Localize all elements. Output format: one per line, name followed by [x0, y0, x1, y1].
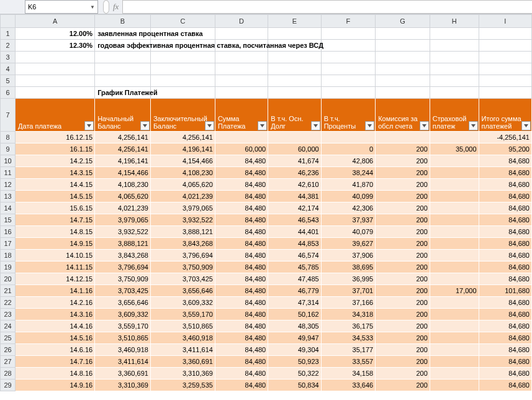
- row-header[interactable]: 21: [1, 285, 16, 297]
- cell[interactable]: 4,256,141: [95, 132, 151, 143]
- cell[interactable]: [430, 356, 479, 368]
- cell[interactable]: 84,680: [479, 309, 531, 320]
- cell[interactable]: 14.9.15: [16, 238, 95, 250]
- cell[interactable]: 14.12.15: [16, 273, 95, 285]
- cell[interactable]: 84,680: [479, 191, 531, 202]
- cell[interactable]: 14.7.15: [16, 214, 95, 226]
- cell[interactable]: 84,480: [215, 309, 268, 320]
- col-header-A[interactable]: A: [16, 15, 95, 28]
- cell[interactable]: 14.2.15: [16, 155, 95, 167]
- cell[interactable]: [268, 132, 321, 143]
- cell[interactable]: 101,680: [479, 285, 531, 297]
- cell[interactable]: 84,480: [215, 155, 268, 167]
- cell[interactable]: 33,646: [321, 380, 376, 391]
- cell[interactable]: 84,480: [215, 202, 268, 214]
- cell[interactable]: 3,559,170: [150, 309, 215, 320]
- row-header[interactable]: 19: [1, 261, 16, 273]
- cell[interactable]: 14.3.15: [16, 167, 95, 179]
- filter-dropdown-icon[interactable]: [140, 121, 150, 130]
- cell[interactable]: 4,196,141: [150, 143, 215, 155]
- cell[interactable]: 14.7.16: [16, 356, 95, 368]
- cell[interactable]: 46,236: [268, 167, 321, 179]
- cell[interactable]: [215, 87, 268, 99]
- col-header-B[interactable]: B: [95, 15, 151, 28]
- row-header[interactable]: 3: [1, 52, 16, 63]
- cell[interactable]: 4,021,239: [150, 191, 215, 202]
- cell[interactable]: [95, 52, 151, 63]
- cell[interactable]: 200: [376, 320, 430, 332]
- table-column-header[interactable]: Итого сумма платежей: [479, 99, 531, 132]
- cell[interactable]: [16, 52, 95, 63]
- cell[interactable]: [430, 380, 479, 391]
- cell[interactable]: 3,559,170: [95, 320, 151, 332]
- row-header[interactable]: 13: [1, 191, 16, 202]
- row-header[interactable]: 20: [1, 273, 16, 285]
- cell[interactable]: График Платежей: [95, 87, 151, 99]
- cell[interactable]: [430, 52, 479, 63]
- cell[interactable]: [479, 28, 531, 40]
- col-header-G[interactable]: G: [376, 15, 430, 28]
- table-column-header[interactable]: Комиссия за обсл счета: [376, 99, 430, 132]
- cell[interactable]: 84,480: [215, 226, 268, 238]
- cell[interactable]: [150, 75, 215, 87]
- cell[interactable]: [479, 75, 531, 87]
- cell[interactable]: 84,680: [479, 368, 531, 380]
- cell[interactable]: 84,480: [215, 214, 268, 226]
- cell[interactable]: 3,460,918: [150, 332, 215, 344]
- cell[interactable]: 84,680: [479, 167, 531, 179]
- cell[interactable]: 38,695: [321, 261, 376, 273]
- cell[interactable]: [430, 155, 479, 167]
- cell[interactable]: 33,557: [321, 356, 376, 368]
- cell[interactable]: 200: [376, 273, 430, 285]
- row-header[interactable]: 16: [1, 226, 16, 238]
- cell[interactable]: 35,177: [321, 344, 376, 356]
- cell[interactable]: 42,806: [321, 155, 376, 167]
- cell[interactable]: [215, 28, 268, 40]
- row-header[interactable]: 2: [1, 40, 16, 52]
- row-header[interactable]: 10: [1, 155, 16, 167]
- cell[interactable]: 3,979,065: [150, 202, 215, 214]
- formula-bar-handle[interactable]: [103, 0, 109, 14]
- table-column-header[interactable]: Страховой платеж: [430, 99, 479, 132]
- col-header-I[interactable]: I: [479, 15, 531, 28]
- cell[interactable]: [430, 28, 479, 40]
- cell[interactable]: [430, 214, 479, 226]
- cell[interactable]: [268, 28, 321, 40]
- row-header[interactable]: 17: [1, 238, 16, 250]
- cell[interactable]: 84,480: [215, 250, 268, 261]
- cell[interactable]: 45,785: [268, 261, 321, 273]
- cell[interactable]: 47,314: [268, 297, 321, 309]
- cell[interactable]: [430, 273, 479, 285]
- cell[interactable]: 37,701: [321, 285, 376, 297]
- cell[interactable]: 4,065,620: [150, 179, 215, 191]
- cell[interactable]: 35,000: [430, 143, 479, 155]
- cell[interactable]: [150, 87, 215, 99]
- cell[interactable]: 15.6.15: [16, 202, 95, 214]
- cell[interactable]: 200: [376, 309, 430, 320]
- cell[interactable]: 3,411,614: [95, 356, 151, 368]
- cell[interactable]: 50,162: [268, 309, 321, 320]
- cell[interactable]: [430, 297, 479, 309]
- cell[interactable]: 84,480: [215, 380, 268, 391]
- cell[interactable]: 14.1.16: [16, 285, 95, 297]
- cell[interactable]: 200: [376, 332, 430, 344]
- cell[interactable]: 84,680: [479, 250, 531, 261]
- row-header[interactable]: 8: [1, 132, 16, 143]
- cell[interactable]: [430, 368, 479, 380]
- cell[interactable]: [430, 332, 479, 344]
- cell[interactable]: 200: [376, 356, 430, 368]
- name-box[interactable]: K6 ▼: [25, 0, 98, 14]
- cell[interactable]: 3,796,694: [95, 261, 151, 273]
- row-header[interactable]: 18: [1, 250, 16, 261]
- cell[interactable]: 4,108,230: [150, 167, 215, 179]
- cell[interactable]: 84,480: [215, 191, 268, 202]
- cell[interactable]: 0: [321, 143, 376, 155]
- cell[interactable]: [430, 191, 479, 202]
- cell[interactable]: [16, 75, 95, 87]
- row-header[interactable]: 1: [1, 28, 16, 40]
- cell[interactable]: 49,304: [268, 344, 321, 356]
- cell[interactable]: 50,923: [268, 356, 321, 368]
- table-column-header[interactable]: Заключительный Баланс: [150, 99, 215, 132]
- cell[interactable]: [268, 52, 321, 63]
- cell[interactable]: 4,154,466: [95, 167, 151, 179]
